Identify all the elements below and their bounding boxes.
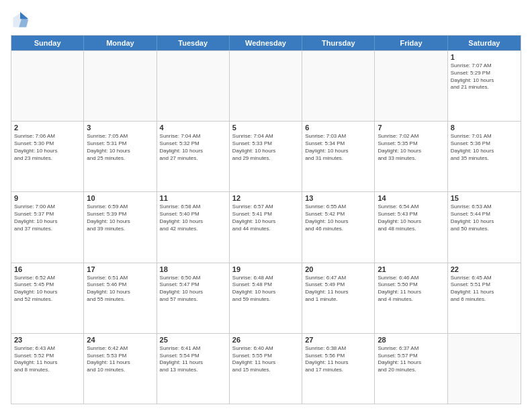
calendar-row-0: 1Sunrise: 7:07 AM Sunset: 5:29 PM Daylig… — [11, 50, 521, 121]
day-cell-28: 28Sunrise: 6:37 AM Sunset: 5:57 PM Dayli… — [375, 334, 447, 404]
day-detail: Sunrise: 6:50 AM Sunset: 5:47 PM Dayligh… — [160, 275, 226, 304]
day-cell-3: 3Sunrise: 7:05 AM Sunset: 5:31 PM Daylig… — [84, 122, 157, 191]
day-detail: Sunrise: 6:58 AM Sunset: 5:40 PM Dayligh… — [160, 203, 226, 232]
day-number: 24 — [87, 336, 153, 344]
header — [11, 11, 521, 30]
day-cell-19: 19Sunrise: 6:48 AM Sunset: 5:48 PM Dayli… — [230, 263, 302, 333]
day-number: 18 — [160, 265, 226, 273]
day-number: 25 — [160, 336, 226, 344]
day-number: 10 — [87, 194, 153, 202]
day-cell-5: 5Sunrise: 7:04 AM Sunset: 5:33 PM Daylig… — [230, 122, 302, 191]
day-cell-11: 11Sunrise: 6:58 AM Sunset: 5:40 PM Dayli… — [157, 192, 230, 262]
day-detail: Sunrise: 7:05 AM Sunset: 5:31 PM Dayligh… — [87, 133, 153, 162]
day-cell-24: 24Sunrise: 6:42 AM Sunset: 5:53 PM Dayli… — [84, 334, 157, 404]
day-cell-8: 8Sunrise: 7:01 AM Sunset: 5:36 PM Daylig… — [448, 122, 521, 191]
svg-marker-2 — [20, 12, 28, 19]
header-day-thursday: Thursday — [302, 36, 375, 50]
day-number: 19 — [232, 265, 299, 273]
day-detail: Sunrise: 7:04 AM Sunset: 5:32 PM Dayligh… — [160, 133, 226, 162]
day-detail: Sunrise: 6:42 AM Sunset: 5:53 PM Dayligh… — [87, 345, 153, 374]
calendar-row-4: 23Sunrise: 6:43 AM Sunset: 5:52 PM Dayli… — [11, 333, 521, 404]
calendar-body: 1Sunrise: 7:07 AM Sunset: 5:29 PM Daylig… — [11, 50, 521, 404]
day-number: 2 — [14, 124, 81, 132]
day-cell-21: 21Sunrise: 6:46 AM Sunset: 5:50 PM Dayli… — [375, 263, 447, 333]
day-number: 26 — [232, 336, 299, 344]
day-number: 23 — [14, 336, 81, 344]
day-number: 11 — [160, 194, 226, 202]
header-day-sunday: Sunday — [11, 36, 84, 50]
day-number: 13 — [305, 194, 371, 202]
empty-cell-4-6 — [448, 334, 521, 404]
day-cell-23: 23Sunrise: 6:43 AM Sunset: 5:52 PM Dayli… — [11, 334, 84, 404]
day-detail: Sunrise: 6:45 AM Sunset: 5:51 PM Dayligh… — [451, 275, 518, 304]
day-detail: Sunrise: 6:52 AM Sunset: 5:45 PM Dayligh… — [14, 275, 81, 304]
day-number: 8 — [451, 124, 518, 132]
day-cell-7: 7Sunrise: 7:02 AM Sunset: 5:35 PM Daylig… — [375, 122, 447, 191]
day-detail: Sunrise: 6:37 AM Sunset: 5:57 PM Dayligh… — [378, 345, 444, 374]
day-detail: Sunrise: 6:57 AM Sunset: 5:41 PM Dayligh… — [232, 203, 299, 232]
day-number: 17 — [87, 265, 153, 273]
day-cell-18: 18Sunrise: 6:50 AM Sunset: 5:47 PM Dayli… — [157, 263, 230, 333]
day-number: 6 — [305, 124, 371, 132]
empty-cell-0-0 — [11, 51, 84, 121]
day-cell-15: 15Sunrise: 6:53 AM Sunset: 5:44 PM Dayli… — [448, 192, 521, 262]
header-day-wednesday: Wednesday — [230, 36, 302, 50]
day-detail: Sunrise: 6:55 AM Sunset: 5:42 PM Dayligh… — [305, 203, 371, 232]
day-cell-6: 6Sunrise: 7:03 AM Sunset: 5:34 PM Daylig… — [302, 122, 375, 191]
day-cell-22: 22Sunrise: 6:45 AM Sunset: 5:51 PM Dayli… — [448, 263, 521, 333]
day-detail: Sunrise: 7:06 AM Sunset: 5:30 PM Dayligh… — [14, 133, 81, 162]
day-cell-17: 17Sunrise: 6:51 AM Sunset: 5:46 PM Dayli… — [84, 263, 157, 333]
empty-cell-0-1 — [84, 51, 157, 121]
header-day-saturday: Saturday — [448, 36, 521, 50]
day-number: 21 — [378, 265, 444, 273]
day-cell-13: 13Sunrise: 6:55 AM Sunset: 5:42 PM Dayli… — [302, 192, 375, 262]
logo — [11, 11, 32, 30]
day-number: 9 — [14, 194, 81, 202]
day-cell-16: 16Sunrise: 6:52 AM Sunset: 5:45 PM Dayli… — [11, 263, 84, 333]
day-cell-27: 27Sunrise: 6:38 AM Sunset: 5:56 PM Dayli… — [302, 334, 375, 404]
day-number: 3 — [87, 124, 153, 132]
calendar-row-2: 9Sunrise: 7:00 AM Sunset: 5:37 PM Daylig… — [11, 191, 521, 262]
header-day-monday: Monday — [84, 36, 157, 50]
calendar-row-1: 2Sunrise: 7:06 AM Sunset: 5:30 PM Daylig… — [11, 121, 521, 191]
day-cell-20: 20Sunrise: 6:47 AM Sunset: 5:49 PM Dayli… — [302, 263, 375, 333]
calendar-row-3: 16Sunrise: 6:52 AM Sunset: 5:45 PM Dayli… — [11, 263, 521, 333]
day-number: 16 — [14, 265, 81, 273]
day-cell-26: 26Sunrise: 6:40 AM Sunset: 5:55 PM Dayli… — [230, 334, 302, 404]
day-detail: Sunrise: 6:46 AM Sunset: 5:50 PM Dayligh… — [378, 275, 444, 304]
day-cell-1: 1Sunrise: 7:07 AM Sunset: 5:29 PM Daylig… — [448, 51, 521, 121]
day-detail: Sunrise: 6:53 AM Sunset: 5:44 PM Dayligh… — [451, 203, 518, 232]
day-detail: Sunrise: 6:51 AM Sunset: 5:46 PM Dayligh… — [87, 275, 153, 304]
empty-cell-0-3 — [230, 51, 302, 121]
day-detail: Sunrise: 6:48 AM Sunset: 5:48 PM Dayligh… — [232, 275, 299, 304]
day-number: 22 — [451, 265, 518, 273]
header-day-tuesday: Tuesday — [157, 36, 230, 50]
day-number: 4 — [160, 124, 226, 132]
day-cell-12: 12Sunrise: 6:57 AM Sunset: 5:41 PM Dayli… — [230, 192, 302, 262]
logo-icon — [11, 11, 30, 30]
day-cell-4: 4Sunrise: 7:04 AM Sunset: 5:32 PM Daylig… — [157, 122, 230, 191]
day-number: 7 — [378, 124, 444, 132]
day-detail: Sunrise: 6:40 AM Sunset: 5:55 PM Dayligh… — [232, 345, 299, 374]
empty-cell-0-4 — [302, 51, 375, 121]
day-detail: Sunrise: 6:38 AM Sunset: 5:56 PM Dayligh… — [305, 345, 371, 374]
empty-cell-0-5 — [375, 51, 447, 121]
day-detail: Sunrise: 7:04 AM Sunset: 5:33 PM Dayligh… — [232, 133, 299, 162]
day-cell-2: 2Sunrise: 7:06 AM Sunset: 5:30 PM Daylig… — [11, 122, 84, 191]
day-number: 12 — [232, 194, 299, 202]
day-number: 5 — [232, 124, 299, 132]
calendar-header: SundayMondayTuesdayWednesdayThursdayFrid… — [11, 36, 521, 50]
day-number: 20 — [305, 265, 371, 273]
empty-cell-0-2 — [157, 51, 230, 121]
day-detail: Sunrise: 7:03 AM Sunset: 5:34 PM Dayligh… — [305, 133, 371, 162]
page: SundayMondayTuesdayWednesdayThursdayFrid… — [0, 0, 532, 411]
day-detail: Sunrise: 6:47 AM Sunset: 5:49 PM Dayligh… — [305, 275, 371, 304]
day-detail: Sunrise: 7:02 AM Sunset: 5:35 PM Dayligh… — [378, 133, 444, 162]
calendar: SundayMondayTuesdayWednesdayThursdayFrid… — [11, 35, 521, 404]
day-number: 27 — [305, 336, 371, 344]
header-day-friday: Friday — [375, 36, 447, 50]
day-detail: Sunrise: 7:01 AM Sunset: 5:36 PM Dayligh… — [451, 133, 518, 162]
day-detail: Sunrise: 6:59 AM Sunset: 5:39 PM Dayligh… — [87, 203, 153, 232]
day-number: 28 — [378, 336, 444, 344]
day-detail: Sunrise: 6:43 AM Sunset: 5:52 PM Dayligh… — [14, 345, 81, 374]
